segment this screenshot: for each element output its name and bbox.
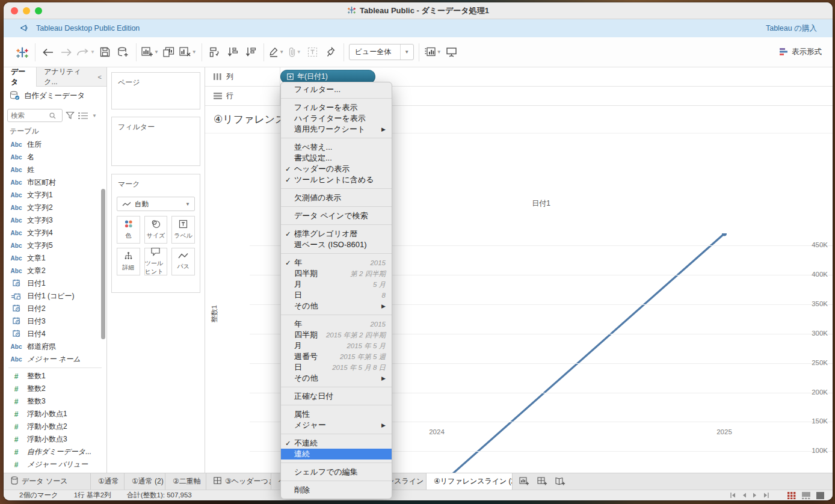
menu-item[interactable]: 年2015: [281, 319, 392, 330]
sheet-tab[interactable]: ①通常 (2): [125, 473, 165, 490]
menu-item[interactable]: シェルフでの編集: [281, 467, 392, 478]
view-options-caret[interactable]: ▼: [92, 113, 97, 118]
new-story-icon[interactable]: [552, 475, 568, 489]
menu-item[interactable]: 正確な日付: [281, 391, 392, 402]
show-tabs-icon[interactable]: [787, 492, 796, 499]
new-dashboard-icon[interactable]: [534, 475, 550, 489]
field-item[interactable]: Abc文字列3: [4, 214, 106, 227]
menu-item[interactable]: 削除: [281, 485, 392, 496]
show-me-button[interactable]: 表示形式: [779, 47, 827, 57]
forward-arrow-icon[interactable]: [58, 44, 74, 61]
menu-item[interactable]: 並べ替え...: [281, 142, 392, 153]
mark-type-dropdown[interactable]: 自動 ▼: [117, 197, 195, 211]
menu-item[interactable]: ハイライターを表示: [281, 113, 392, 124]
menu-item[interactable]: 書式設定...: [281, 153, 392, 164]
field-item[interactable]: #メジャー バリュー: [4, 458, 106, 471]
field-item[interactable]: 日付4: [4, 328, 106, 340]
menu-item[interactable]: 四半期第 2 四半期: [281, 268, 392, 279]
mark-button-色[interactable]: 色: [117, 216, 140, 244]
field-item[interactable]: Abc文字列1: [4, 189, 106, 201]
menu-item[interactable]: ✓ヘッダーの表示: [281, 164, 392, 174]
field-item[interactable]: Abc文字列4: [4, 227, 106, 239]
field-item[interactable]: Abc文章1: [4, 252, 106, 265]
tableau-logo-icon[interactable]: [14, 44, 30, 61]
sheet-tab[interactable]: ②二重軸: [165, 473, 206, 490]
field-item[interactable]: 日付1: [4, 277, 106, 290]
filters-card[interactable]: フィルター: [111, 117, 200, 166]
sheet-tab[interactable]: ①通常: [91, 473, 125, 490]
tab-analytics[interactable]: アナリティク...: [37, 67, 93, 86]
view-options-icon[interactable]: [78, 112, 88, 120]
collapse-pane-button[interactable]: <: [93, 67, 106, 86]
menu-item[interactable]: 日8: [281, 290, 392, 301]
menu-item[interactable]: データ ペインで検索: [281, 211, 392, 221]
mark-button-詳細[interactable]: 詳細: [117, 248, 140, 275]
pin-icon[interactable]: [323, 44, 339, 61]
field-item[interactable]: #浮動小数点2: [4, 420, 106, 433]
menu-item[interactable]: その他▶: [281, 301, 392, 312]
sheet-tab[interactable]: ④リファレンスライン (2): [427, 473, 513, 490]
field-item[interactable]: #浮動小数点3: [4, 433, 106, 446]
field-item[interactable]: Abc文章2: [4, 265, 106, 277]
show-sheet-only-icon[interactable]: [816, 492, 824, 499]
menu-item[interactable]: ✓年2015: [281, 257, 392, 268]
swap-axes-icon[interactable]: [207, 44, 223, 61]
sheet-tab[interactable]: ③ヘッダーつき: [206, 473, 271, 490]
menu-item[interactable]: その他▶: [281, 373, 392, 384]
next-sheet-icon[interactable]: [753, 493, 757, 498]
field-item[interactable]: 日付3: [4, 315, 106, 328]
field-item[interactable]: Abcメジャー ネーム: [4, 353, 106, 366]
field-item[interactable]: Abc文字列5: [4, 239, 106, 252]
field-list-scrollbar[interactable]: [101, 189, 105, 339]
duplicate-sheet-icon[interactable]: [161, 44, 177, 61]
last-sheet-icon[interactable]: [763, 493, 769, 498]
field-item[interactable]: Abc住所: [4, 138, 106, 151]
menu-item[interactable]: フィルター...: [281, 84, 392, 95]
menu-item[interactable]: 日2015 年 5 月 8 日: [281, 362, 392, 373]
filter-fields-icon[interactable]: [66, 111, 75, 120]
back-arrow-icon[interactable]: [40, 44, 56, 61]
menu-item[interactable]: 週番号2015 年第 5 週: [281, 351, 392, 362]
menu-item[interactable]: フィルターを表示: [281, 102, 392, 113]
fit-dropdown[interactable]: ビュー全体▼: [349, 44, 414, 60]
mark-button-パス[interactable]: パス: [171, 248, 195, 275]
datasource-name[interactable]: 自作ダミーデータ: [24, 91, 85, 101]
mark-button-サイズ[interactable]: サイズ: [144, 216, 168, 244]
pages-card[interactable]: ページ: [111, 72, 200, 109]
field-item[interactable]: Abc文字列2: [4, 201, 106, 214]
field-item[interactable]: #整数2: [4, 383, 106, 395]
mark-button-ラベル[interactable]: ラベル: [171, 216, 195, 244]
search-box[interactable]: [7, 109, 63, 122]
first-sheet-icon[interactable]: [730, 493, 736, 498]
menu-item[interactable]: メジャー▶: [281, 420, 392, 431]
field-item[interactable]: Abc姓: [4, 164, 106, 176]
field-item[interactable]: #整数1: [4, 370, 106, 383]
sheet-tab[interactable]: データ ソース: [4, 473, 91, 490]
sort-ascending-icon[interactable]: [225, 44, 241, 61]
text-label-icon[interactable]: [305, 44, 321, 61]
mark-button-ツールヒント[interactable]: ツールヒント: [144, 248, 168, 275]
field-item[interactable]: Abc市区町村: [4, 176, 106, 189]
menu-item[interactable]: 四半期2015 年第 2 四半期: [281, 330, 392, 340]
save-icon[interactable]: [97, 44, 113, 61]
field-item[interactable]: Abc名: [4, 151, 106, 164]
tab-data[interactable]: データ: [4, 67, 37, 87]
menu-item[interactable]: 属性: [281, 409, 392, 420]
field-item[interactable]: #自作ダミーデータ...: [4, 446, 106, 458]
redo-icon[interactable]: ▼: [76, 44, 95, 61]
pill-expand-icon[interactable]: [287, 73, 294, 80]
field-item[interactable]: =日付1 (コピー): [4, 290, 106, 303]
menu-item[interactable]: ✓標準グレゴリオ暦: [281, 229, 392, 239]
menu-item[interactable]: 月5 月: [281, 279, 392, 290]
highlight-icon[interactable]: ▼: [269, 44, 285, 61]
prev-sheet-icon[interactable]: [742, 493, 747, 498]
buy-tableau-link[interactable]: Tableau の購入: [766, 23, 817, 34]
paperclip-icon[interactable]: ▼: [287, 44, 303, 61]
field-item[interactable]: #整数3: [4, 395, 106, 408]
clear-sheet-icon[interactable]: ▼: [179, 44, 197, 61]
field-item[interactable]: #浮動小数点1: [4, 408, 106, 420]
menu-item[interactable]: 連続: [281, 449, 392, 459]
show-filmstrip-icon[interactable]: [802, 492, 810, 499]
new-worksheet-icon[interactable]: ▼: [141, 44, 159, 61]
presentation-icon[interactable]: [444, 44, 460, 61]
